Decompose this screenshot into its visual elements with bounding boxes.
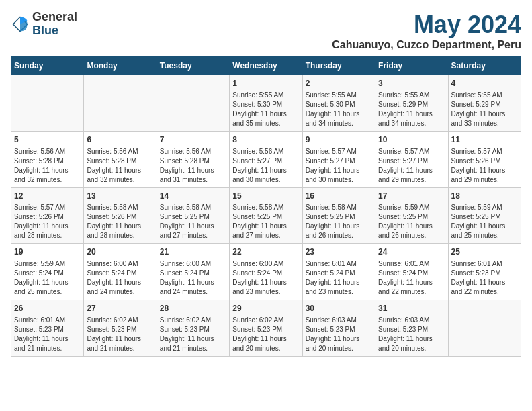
day-number: 30: [306, 303, 372, 314]
day-number: 19: [14, 246, 81, 258]
week-row: 1Sunrise: 5:55 AM Sunset: 5:30 PM Daylig…: [11, 75, 521, 132]
header-monday: Monday: [84, 57, 157, 75]
calendar-cell: 4Sunrise: 5:55 AM Sunset: 5:29 PM Daylig…: [448, 75, 521, 132]
day-number: 9: [306, 134, 372, 146]
day-number: 29: [232, 303, 299, 314]
calendar-cell: 11Sunrise: 5:57 AM Sunset: 5:26 PM Dayli…: [448, 131, 521, 187]
day-number: 5: [14, 134, 81, 146]
calendar-cell: 8Sunrise: 5:56 AM Sunset: 5:27 PM Daylig…: [230, 131, 302, 187]
calendar-cell: 29Sunrise: 6:02 AM Sunset: 5:23 PM Dayli…: [230, 300, 302, 357]
logo-icon: [11, 15, 30, 34]
week-row: 5Sunrise: 5:56 AM Sunset: 5:28 PM Daylig…: [11, 131, 521, 187]
calendar-cell: 5Sunrise: 5:56 AM Sunset: 5:28 PM Daylig…: [11, 131, 84, 187]
calendar-cell: 27Sunrise: 6:02 AM Sunset: 5:23 PM Dayli…: [84, 300, 157, 357]
calendar-cell: 9Sunrise: 5:57 AM Sunset: 5:27 PM Daylig…: [302, 131, 375, 187]
day-info: Sunrise: 5:55 AM Sunset: 5:30 PM Dayligh…: [232, 91, 299, 128]
day-info: Sunrise: 6:00 AM Sunset: 5:24 PM Dayligh…: [160, 259, 226, 297]
day-number: 17: [378, 191, 445, 202]
header-row: SundayMondayTuesdayWednesdayThursdayFrid…: [11, 57, 521, 75]
day-info: Sunrise: 5:55 AM Sunset: 5:30 PM Dayligh…: [306, 91, 372, 128]
title-block: May 2024 Cahuanuyo, Cuzco Department, Pe…: [332, 11, 521, 51]
day-number: 14: [160, 191, 226, 202]
calendar-cell: 10Sunrise: 5:57 AM Sunset: 5:27 PM Dayli…: [375, 131, 448, 187]
calendar-cell: 17Sunrise: 5:59 AM Sunset: 5:25 PM Dayli…: [375, 187, 448, 244]
header-wednesday: Wednesday: [230, 57, 302, 75]
calendar-table: SundayMondayTuesdayWednesdayThursdayFrid…: [11, 56, 521, 357]
day-number: 1: [232, 78, 299, 89]
day-number: 6: [87, 134, 153, 146]
calendar-cell: 18Sunrise: 5:59 AM Sunset: 5:25 PM Dayli…: [448, 187, 521, 244]
calendar-cell: 24Sunrise: 6:01 AM Sunset: 5:24 PM Dayli…: [375, 244, 448, 300]
day-number: 8: [232, 134, 299, 146]
day-number: 25: [451, 246, 518, 258]
calendar-cell: 14Sunrise: 5:58 AM Sunset: 5:25 PM Dayli…: [157, 187, 229, 244]
calendar-cell: 25Sunrise: 6:01 AM Sunset: 5:23 PM Dayli…: [448, 244, 521, 300]
calendar-cell: 22Sunrise: 6:00 AM Sunset: 5:24 PM Dayli…: [230, 244, 302, 300]
calendar-cell: 20Sunrise: 6:00 AM Sunset: 5:24 PM Dayli…: [84, 244, 157, 300]
day-number: 20: [87, 246, 153, 258]
calendar-cell: 2Sunrise: 5:55 AM Sunset: 5:30 PM Daylig…: [302, 75, 375, 132]
day-number: 16: [306, 191, 372, 202]
day-info: Sunrise: 6:01 AM Sunset: 5:23 PM Dayligh…: [14, 316, 81, 353]
day-info: Sunrise: 5:59 AM Sunset: 5:25 PM Dayligh…: [378, 203, 445, 240]
calendar-cell: [157, 75, 229, 132]
calendar-body: 1Sunrise: 5:55 AM Sunset: 5:30 PM Daylig…: [11, 75, 521, 357]
day-number: 18: [451, 191, 518, 202]
day-info: Sunrise: 6:00 AM Sunset: 5:24 PM Dayligh…: [232, 259, 299, 297]
day-info: Sunrise: 6:01 AM Sunset: 5:24 PM Dayligh…: [306, 259, 372, 297]
week-row: 12Sunrise: 5:57 AM Sunset: 5:26 PM Dayli…: [11, 187, 521, 244]
day-number: 28: [160, 303, 226, 314]
calendar-cell: 31Sunrise: 6:03 AM Sunset: 5:23 PM Dayli…: [375, 300, 448, 357]
day-info: Sunrise: 6:02 AM Sunset: 5:23 PM Dayligh…: [232, 316, 299, 353]
day-info: Sunrise: 5:56 AM Sunset: 5:28 PM Dayligh…: [87, 147, 153, 185]
day-info: Sunrise: 5:55 AM Sunset: 5:29 PM Dayligh…: [378, 91, 445, 128]
day-number: 3: [378, 78, 445, 89]
day-info: Sunrise: 6:01 AM Sunset: 5:23 PM Dayligh…: [451, 259, 518, 297]
calendar-cell: 12Sunrise: 5:57 AM Sunset: 5:26 PM Dayli…: [11, 187, 84, 244]
calendar-cell: 7Sunrise: 5:56 AM Sunset: 5:28 PM Daylig…: [157, 131, 229, 187]
calendar-cell: 1Sunrise: 5:55 AM Sunset: 5:30 PM Daylig…: [230, 75, 302, 132]
day-info: Sunrise: 5:58 AM Sunset: 5:25 PM Dayligh…: [232, 203, 299, 240]
page-header: General Blue May 2024 Cahuanuyo, Cuzco D…: [11, 11, 521, 51]
day-info: Sunrise: 5:59 AM Sunset: 5:25 PM Dayligh…: [451, 203, 518, 240]
header-thursday: Thursday: [302, 57, 375, 75]
day-info: Sunrise: 5:57 AM Sunset: 5:27 PM Dayligh…: [378, 147, 445, 185]
header-sunday: Sunday: [11, 57, 84, 75]
logo-general: General: [32, 11, 77, 24]
day-number: 13: [87, 191, 153, 202]
calendar-cell: [84, 75, 157, 132]
day-info: Sunrise: 5:57 AM Sunset: 5:26 PM Dayligh…: [14, 203, 81, 240]
day-info: Sunrise: 5:56 AM Sunset: 5:28 PM Dayligh…: [14, 147, 81, 185]
day-info: Sunrise: 6:00 AM Sunset: 5:24 PM Dayligh…: [87, 259, 153, 297]
header-tuesday: Tuesday: [157, 57, 229, 75]
logo-blue: Blue: [32, 24, 77, 38]
calendar-cell: 3Sunrise: 5:55 AM Sunset: 5:29 PM Daylig…: [375, 75, 448, 132]
day-number: 7: [160, 134, 226, 146]
day-number: 15: [232, 191, 299, 202]
calendar-cell: [11, 75, 84, 132]
week-row: 19Sunrise: 5:59 AM Sunset: 5:24 PM Dayli…: [11, 244, 521, 300]
day-number: 2: [306, 78, 372, 89]
day-number: 10: [378, 134, 445, 146]
day-info: Sunrise: 5:56 AM Sunset: 5:27 PM Dayligh…: [232, 147, 299, 185]
calendar-cell: 26Sunrise: 6:01 AM Sunset: 5:23 PM Dayli…: [11, 300, 84, 357]
calendar-cell: 16Sunrise: 5:58 AM Sunset: 5:25 PM Dayli…: [302, 187, 375, 244]
day-info: Sunrise: 5:59 AM Sunset: 5:24 PM Dayligh…: [14, 259, 81, 297]
day-number: 22: [232, 246, 299, 258]
day-info: Sunrise: 6:03 AM Sunset: 5:23 PM Dayligh…: [378, 316, 445, 353]
day-info: Sunrise: 5:56 AM Sunset: 5:28 PM Dayligh…: [160, 147, 226, 185]
day-number: 11: [451, 134, 518, 146]
calendar-cell: 23Sunrise: 6:01 AM Sunset: 5:24 PM Dayli…: [302, 244, 375, 300]
calendar-header: SundayMondayTuesdayWednesdayThursdayFrid…: [11, 57, 521, 75]
calendar-cell: 21Sunrise: 6:00 AM Sunset: 5:24 PM Dayli…: [157, 244, 229, 300]
calendar-cell: 19Sunrise: 5:59 AM Sunset: 5:24 PM Dayli…: [11, 244, 84, 300]
day-info: Sunrise: 5:58 AM Sunset: 5:26 PM Dayligh…: [87, 203, 153, 240]
day-number: 21: [160, 246, 226, 258]
day-info: Sunrise: 6:03 AM Sunset: 5:23 PM Dayligh…: [306, 316, 372, 353]
header-friday: Friday: [375, 57, 448, 75]
day-number: 31: [378, 303, 445, 314]
day-number: 26: [14, 303, 81, 314]
day-info: Sunrise: 5:55 AM Sunset: 5:29 PM Dayligh…: [451, 91, 518, 128]
day-number: 23: [306, 246, 372, 258]
logo-text: General Blue: [32, 11, 77, 38]
